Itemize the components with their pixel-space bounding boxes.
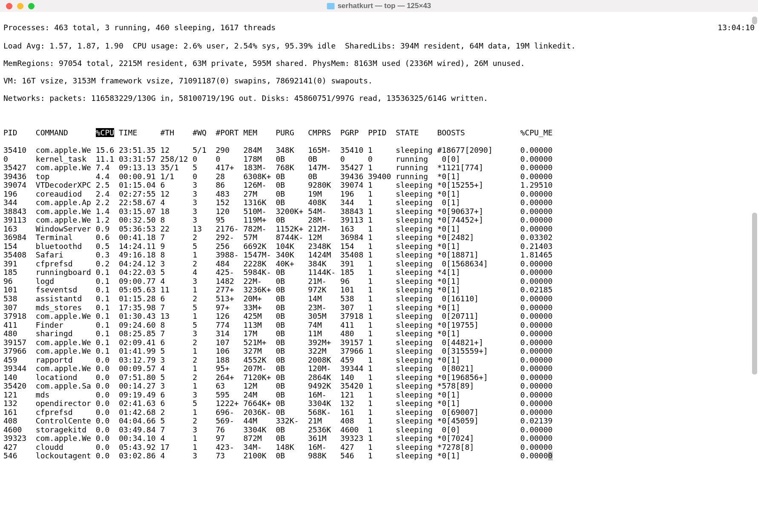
minimize-icon[interactable] bbox=[17, 3, 23, 9]
table-row: 307 mds_stores 0.1 17:35.98 7 5 97+ 33M+… bbox=[3, 303, 755, 312]
table-row: 459 rapportd 0.0 03:12.79 3 2 188 4552K … bbox=[3, 356, 755, 365]
table-row: 391 cfprefsd 0.2 04:24.12 3 2 484 2228K … bbox=[3, 260, 755, 269]
cursor-icon: 0 bbox=[548, 452, 553, 460]
table-row: 101 fseventsd 0.1 05:05.63 11 1 277+ 323… bbox=[3, 286, 755, 295]
traffic-lights bbox=[0, 3, 34, 9]
table-row: 39323 com.apple.We 0.0 00:34.10 4 1 97 8… bbox=[3, 434, 755, 443]
summary-block: Processes: 463 total, 3 running, 460 sle… bbox=[3, 23, 755, 32]
zoom-icon[interactable] bbox=[28, 3, 34, 9]
table-row: 0 kernel_task 11.1 03:31:57 258/12 0 0 1… bbox=[3, 155, 755, 164]
table-row: 163 WindowServer 0.9 05:36:53 22 13 2176… bbox=[3, 225, 755, 234]
clock: 13:04:10 bbox=[718, 23, 755, 32]
scroll-indicator-top[interactable] bbox=[752, 17, 757, 24]
table-row: 36984 Terminal 0.6 00:41.18 7 2 292- 57M… bbox=[3, 233, 755, 242]
table-row: 161 cfprefsd 0.0 01:42.68 2 1 696- 2036K… bbox=[3, 408, 755, 417]
summary-l4: VM: 16T vsize, 3153M framework vsize, 71… bbox=[3, 77, 755, 86]
table-row: 546 lockoutagent 0.0 03:02.86 4 3 73 210… bbox=[3, 452, 755, 460]
table-row: 39344 com.apple.We 0.0 00:09.57 4 1 95+ … bbox=[3, 364, 755, 373]
table-row: 39436 top 4.4 00:00.91 1/1 0 28 6308K+ 0… bbox=[3, 172, 755, 181]
table-row: 344 com.apple.Ap 2.2 22:58.67 4 3 152 13… bbox=[3, 198, 755, 207]
table-row: 96 logd 0.1 09:00.77 4 3 1482 22M- 0B 21… bbox=[3, 277, 755, 286]
table-row: 39074 VTDecoderXPC 2.5 01:15.04 6 3 86 1… bbox=[3, 181, 755, 190]
table-row: 35410 com.apple.We 15.6 23:51.35 12 5/1 … bbox=[3, 146, 755, 155]
summary-l2: Load Avg: 1.57, 1.87, 1.90 CPU usage: 2.… bbox=[3, 42, 755, 51]
window-title: serhatkurt — top — 125×43 bbox=[327, 2, 431, 10]
table-row: 538 assistantd 0.1 01:15.28 6 2 513+ 20M… bbox=[3, 295, 755, 303]
table-row: 39113 com.apple.We 1.2 00:32.50 8 3 95 1… bbox=[3, 216, 755, 225]
table-row: 35420 com.apple.Sa 0.0 00:14.27 3 1 63 1… bbox=[3, 382, 755, 391]
title-bar[interactable]: serhatkurt — top — 125×43 bbox=[0, 0, 758, 12]
table-row: 140 locationd 0.0 07:51.80 5 2 264+ 7120… bbox=[3, 373, 755, 382]
folder-icon bbox=[327, 3, 335, 9]
process-rows: 35410 com.apple.We 15.6 23:51.35 12 5/1 … bbox=[3, 146, 755, 460]
table-row: 427 cloudd 0.0 05:43.92 17 1 423- 34M- 1… bbox=[3, 443, 755, 452]
summary-l3: MemRegions: 97054 total, 2215M resident,… bbox=[3, 59, 755, 68]
close-icon[interactable] bbox=[6, 3, 12, 9]
table-row: 132 opendirector 0.0 02:41.63 6 5 1222+ … bbox=[3, 399, 755, 408]
table-row: 196 coreaudiod 2.4 02:27:55 12 3 483 27M… bbox=[3, 190, 755, 199]
table-row: 39157 com.apple.We 0.1 02:09.41 6 2 107 … bbox=[3, 338, 755, 347]
table-row: 408 ControlCente 0.0 04:04.66 5 2 569- 4… bbox=[3, 417, 755, 426]
scroll-thumb[interactable] bbox=[752, 213, 757, 375]
table-row: 35427 com.apple.We 7.4 09:13.13 35/1 5 4… bbox=[3, 163, 755, 172]
summary-l1: Processes: 463 total, 3 running, 460 sle… bbox=[3, 23, 276, 32]
sort-column: %CPU bbox=[96, 128, 114, 137]
table-row: 37918 com.apple.We 0.1 01:30.43 13 1 126… bbox=[3, 312, 755, 321]
table-row: 154 bluetoothd 0.5 14:24.11 9 5 256 6692… bbox=[3, 242, 755, 251]
table-row: 121 mds 0.0 09:19.49 6 3 595 24M 0B 16M-… bbox=[3, 391, 755, 400]
table-row: 480 sharingd 0.1 08:25.85 7 3 314 17M 0B… bbox=[3, 329, 755, 338]
table-row: 411 Finder 0.1 09:24.60 8 5 774 113M 0B … bbox=[3, 321, 755, 330]
table-row: 4600 storagekitd 0.0 03:49.84 7 3 76 330… bbox=[3, 426, 755, 435]
header-row: PID COMMAND %CPU TIME #TH #WQ #PORT MEM … bbox=[3, 129, 755, 137]
table-row: 185 runningboard 0.1 04:22.03 5 4 425- 5… bbox=[3, 268, 755, 277]
table-row: 37966 com.apple.We 0.1 01:41.99 5 1 106 … bbox=[3, 347, 755, 356]
table-row: 38843 com.apple.We 1.4 03:15.07 18 3 120… bbox=[3, 207, 755, 216]
terminal-body[interactable]: Processes: 463 total, 3 running, 460 sle… bbox=[0, 12, 758, 472]
summary-l5: Networks: packets: 116583229/130G in, 58… bbox=[3, 94, 755, 103]
title-text: serhatkurt — top — 125×43 bbox=[338, 2, 431, 10]
table-row: 35408 Safari 0.3 49:16.18 8 1 3988- 1547… bbox=[3, 251, 755, 260]
